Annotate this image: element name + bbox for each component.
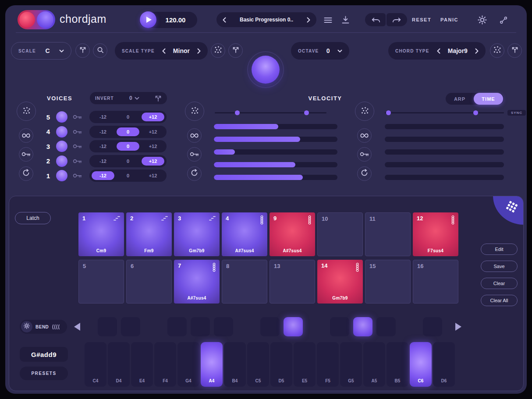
voice-indicator[interactable] [56, 111, 67, 123]
voice-lock-icon[interactable] [73, 129, 84, 134]
level-bar[interactable] [385, 175, 504, 180]
voice-lock-icon[interactable] [73, 114, 84, 120]
black-key-C#4[interactable] [98, 317, 117, 336]
white-key-E4[interactable]: E4 [131, 342, 153, 387]
white-key-C6[interactable]: C6 [410, 342, 432, 387]
velocity-reset-button[interactable] [187, 166, 202, 181]
white-key-E5[interactable]: E5 [294, 342, 316, 387]
time-tab[interactable]: TIME [474, 93, 503, 105]
time-lock-button[interactable] [357, 147, 372, 162]
preset-next-icon[interactable] [307, 17, 310, 23]
black-key-F#4[interactable] [167, 317, 187, 336]
white-key-D6[interactable]: D6 [433, 342, 455, 387]
voices-infinity-button[interactable] [19, 128, 33, 143]
black-key-C#5[interactable] [260, 317, 280, 336]
white-key-D5[interactable]: D5 [270, 342, 292, 387]
voice-lock-icon[interactable] [73, 159, 84, 164]
arp-tab[interactable]: ARP [446, 96, 474, 102]
level-bar[interactable] [214, 175, 337, 180]
chord-type-prev-icon[interactable] [437, 48, 440, 54]
white-key-C4[interactable]: C4 [85, 342, 106, 387]
transpose-option[interactable]: 0 [117, 113, 139, 121]
voice-lock-icon[interactable] [73, 144, 84, 149]
patch-cable-icon[interactable] [500, 16, 507, 24]
transpose-option[interactable]: -12 [92, 142, 114, 151]
black-key-F#5[interactable] [330, 317, 349, 336]
octave-selector[interactable]: OCTAVE 0 [291, 42, 349, 60]
white-key-F4[interactable]: F4 [154, 342, 176, 387]
black-key-A#5[interactable] [376, 317, 396, 336]
white-key-B5[interactable]: B5 [387, 342, 408, 387]
chord-type-next-icon[interactable] [475, 48, 479, 54]
level-bar[interactable] [214, 137, 337, 142]
time-range-slider[interactable] [385, 112, 504, 113]
transpose-option[interactable]: +12 [142, 157, 164, 166]
level-bar[interactable] [214, 149, 337, 155]
transpose-option[interactable]: 0 [117, 127, 139, 136]
velocity-infinity-button[interactable] [187, 128, 202, 143]
transpose-option[interactable]: -12 [92, 171, 114, 180]
transpose-option[interactable]: -12 [92, 113, 114, 121]
slider-handle[interactable] [304, 110, 309, 115]
redo-button[interactable] [387, 13, 407, 26]
scale-type-spread-button[interactable] [228, 43, 243, 58]
slider-handle[interactable] [235, 110, 240, 115]
white-key-A4[interactable]: A4 [201, 342, 223, 387]
voices-reset-button[interactable] [19, 166, 33, 181]
black-key-D#4[interactable] [121, 317, 140, 336]
level-bar[interactable] [214, 124, 337, 129]
scale-type-random-button[interactable] [211, 43, 225, 58]
presets-button[interactable]: PRESETS [20, 367, 68, 380]
voice-lock-icon[interactable] [73, 173, 84, 178]
transpose-option[interactable]: 0 [117, 171, 139, 180]
white-key-F5[interactable]: F5 [317, 342, 339, 387]
slider-handle[interactable] [473, 110, 478, 115]
velocity-random-button[interactable] [185, 102, 204, 121]
white-key-G5[interactable]: G5 [340, 342, 362, 387]
settings-gear-icon[interactable] [478, 15, 487, 25]
level-bar[interactable] [385, 137, 504, 142]
white-key-G4[interactable]: G4 [177, 342, 199, 387]
velocity-range-slider[interactable] [215, 112, 326, 113]
time-reset-button[interactable] [357, 166, 372, 181]
voices-lock-button[interactable] [19, 147, 33, 162]
main-knob[interactable] [252, 56, 280, 84]
white-key-C5[interactable]: C5 [247, 342, 269, 387]
transpose-option[interactable]: +12 [142, 127, 164, 136]
black-key-G#4[interactable] [191, 317, 210, 336]
download-icon[interactable] [342, 16, 349, 24]
transpose-option[interactable]: -12 [92, 157, 114, 166]
preset-selector[interactable]: Basic Progression 0.. [216, 12, 316, 27]
voice-indicator[interactable] [56, 141, 67, 152]
undo-button[interactable] [365, 13, 386, 26]
chord-type-spread-button[interactable] [507, 43, 522, 58]
chord-type-selector[interactable]: CHORD TYPE Major9 [388, 42, 486, 60]
scale-type-next-icon[interactable] [197, 48, 201, 54]
white-key-D4[interactable]: D4 [108, 342, 130, 387]
chord-type-random-button[interactable] [490, 43, 504, 58]
chevron-down-icon[interactable] [337, 49, 342, 53]
black-key-G#5[interactable] [353, 317, 372, 336]
level-bar[interactable] [214, 162, 337, 167]
panic-button[interactable]: PANIC [440, 17, 458, 22]
black-key-C#6[interactable] [423, 317, 442, 336]
preset-prev-icon[interactable] [223, 17, 226, 23]
velocity-lock-button[interactable] [187, 147, 202, 162]
arp-time-toggle[interactable]: ARP TIME [446, 93, 504, 105]
level-bar[interactable] [385, 149, 504, 155]
voice-indicator[interactable] [56, 126, 67, 138]
slider-handle[interactable] [386, 110, 391, 115]
level-bar[interactable] [385, 124, 504, 129]
level-bar[interactable] [385, 162, 504, 167]
time-infinity-button[interactable] [357, 128, 372, 143]
reset-button[interactable]: RESET [412, 17, 431, 22]
voices-random-button[interactable] [17, 102, 36, 121]
sync-badge[interactable]: SYNC [507, 110, 526, 116]
transpose-option[interactable]: +12 [142, 113, 164, 121]
transpose-option[interactable]: 0 [117, 142, 139, 151]
white-key-A5[interactable]: A5 [363, 342, 385, 387]
black-key-D#5[interactable] [284, 317, 303, 336]
white-key-B4[interactable]: B4 [224, 342, 246, 387]
black-key-A#4[interactable] [214, 317, 233, 336]
transpose-option[interactable]: 0 [117, 157, 139, 166]
